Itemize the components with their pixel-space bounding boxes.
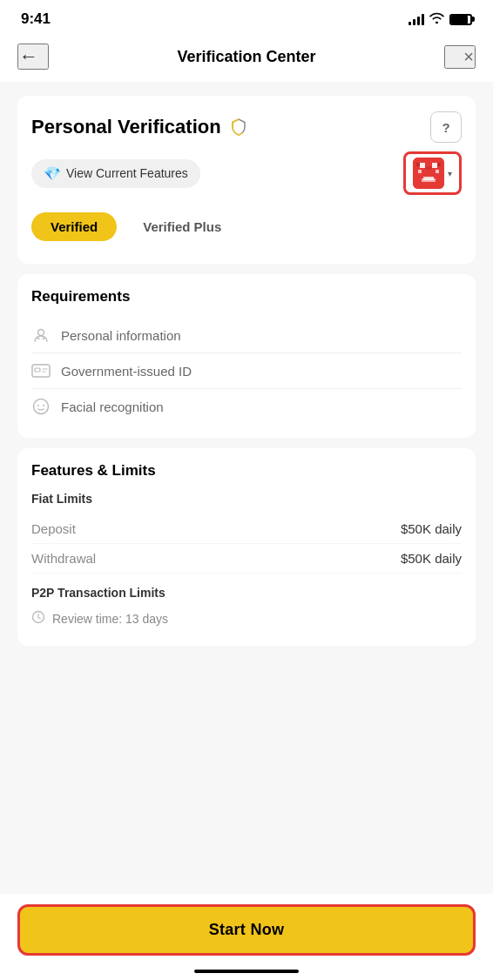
bottom-bar: Start Now: [0, 894, 493, 980]
features-limits-card: Features & Limits Fiat Limits Deposit $5…: [17, 448, 476, 646]
page-header-title: Verification Center: [177, 48, 315, 66]
fiat-deposit-value: $50K daily: [401, 521, 462, 536]
requirements-title: Requirements: [31, 288, 462, 305]
fiat-limits-title: Fiat Limits: [31, 492, 462, 506]
svg-point-17: [43, 405, 44, 406]
review-time-label: Review time: 13 days: [52, 612, 168, 626]
tab-verified-plus[interactable]: Verified Plus: [124, 212, 240, 241]
req-personal-info: Personal information: [31, 318, 462, 353]
fiat-deposit-label: Deposit: [31, 521, 76, 536]
title-left: Personal Verification: [31, 116, 249, 138]
svg-rect-12: [35, 368, 40, 372]
svg-rect-0: [413, 158, 444, 189]
fiat-deposit-row: Deposit $50K daily: [31, 514, 462, 544]
fiat-withdrawal-label: Withdrawal: [31, 551, 96, 566]
svg-rect-4: [437, 163, 441, 166]
wifi-icon: [429, 12, 444, 26]
signal-icon: [409, 13, 424, 25]
svg-rect-1: [420, 163, 425, 168]
start-now-button[interactable]: Start Now: [17, 904, 476, 956]
svg-rect-9: [425, 166, 432, 170]
req-facial-recognition-label: Facial recognition: [61, 399, 164, 414]
home-indicator: [194, 970, 299, 973]
req-facial-recognition: Facial recognition: [31, 389, 462, 424]
svg-rect-8: [422, 178, 436, 182]
fiat-withdrawal-row: Withdrawal $50K daily: [31, 544, 462, 574]
face-icon: [31, 397, 51, 416]
top-section-card: Personal Verification ? 💎 View Current F…: [17, 96, 476, 264]
dropdown-arrow-icon: ▾: [448, 169, 452, 178]
title-row: Personal Verification ?: [31, 111, 462, 143]
shield-icon: [228, 117, 249, 138]
help-button[interactable]: ?: [430, 111, 462, 143]
p2p-review-time: Review time: 13 days: [31, 605, 462, 632]
view-current-features-button[interactable]: 💎 View Current Features: [31, 159, 200, 188]
status-time: 9:41: [21, 10, 51, 28]
req-personal-info-label: Personal information: [61, 328, 181, 343]
svg-rect-5: [418, 170, 422, 173]
person-icon: [31, 326, 51, 345]
main-content: Personal Verification ? 💎 View Current F…: [0, 82, 493, 940]
features-limits-title: Features & Limits: [31, 462, 462, 480]
p2p-limits-title: P2P Transaction Limits: [31, 586, 462, 600]
svg-point-10: [38, 330, 44, 336]
clock-icon: [31, 610, 45, 627]
status-icons: [409, 12, 472, 26]
tab-verified[interactable]: Verified: [31, 212, 117, 241]
page-title: Personal Verification: [31, 116, 221, 138]
back-button[interactable]: ←: [17, 44, 49, 70]
nav-header: ← Verification Center ×: [0, 35, 493, 82]
svg-point-15: [34, 399, 49, 414]
svg-rect-6: [436, 170, 439, 173]
req-government-id: Government-issued ID: [31, 353, 462, 389]
svg-rect-2: [432, 163, 437, 168]
diamond-icon: 💎: [44, 165, 61, 182]
requirements-card: Requirements Personal information: [17, 274, 476, 438]
tabs-row: Verified Verified Plus: [31, 200, 462, 250]
avatar-dropdown[interactable]: ▾: [403, 151, 462, 195]
status-bar: 9:41: [0, 0, 493, 35]
req-government-id-label: Government-issued ID: [61, 364, 192, 379]
fiat-withdrawal-value: $50K daily: [401, 551, 462, 566]
features-row: 💎 View Current Features: [31, 151, 462, 195]
avatar: [413, 158, 444, 189]
id-card-icon: [31, 361, 51, 380]
svg-rect-3: [416, 163, 420, 166]
features-button-label: View Current Features: [66, 166, 188, 180]
battery-icon: [449, 14, 472, 25]
close-button[interactable]: ×: [444, 45, 476, 69]
svg-point-16: [37, 405, 39, 406]
